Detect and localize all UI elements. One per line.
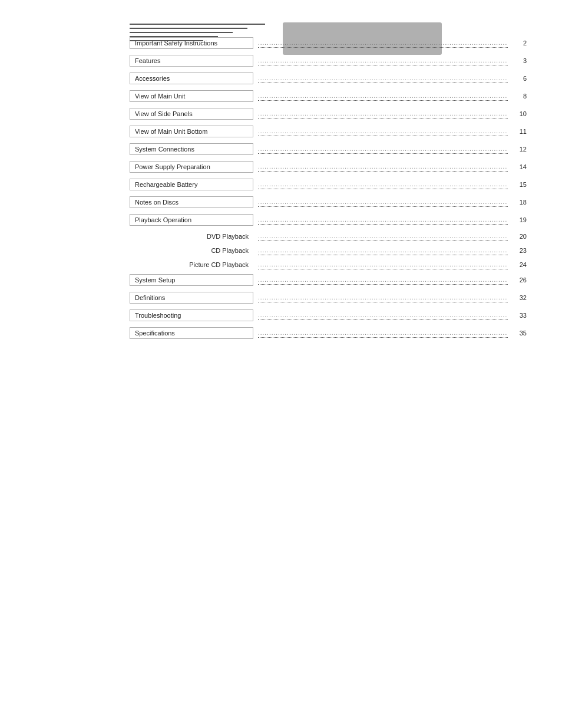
toc-row: Features 3 [130,53,527,68]
toc-dots-6 [258,127,508,136]
toc-label-view-main-unit: View of Main Unit [130,90,253,102]
toc-row: View of Main Unit Bottom 11 [130,124,527,139]
toc-dots-8 [258,163,508,172]
toc-dots-2 [258,57,508,65]
header-line-2 [130,28,247,29]
toc-page-13: 32 [510,294,527,301]
toc-dots-9 [258,180,508,189]
toc-label-features: Features [130,55,253,67]
toc-dots-15 [258,329,508,338]
toc-dots-4 [258,92,508,101]
toc-page-sub-1: 20 [510,233,527,240]
toc-container: Important Safety Instructions 2 Features… [130,35,527,341]
toc-sub-label-dvd: DVD Playback [130,233,253,240]
toc-page-11: 19 [510,216,527,223]
toc-page-4: 8 [510,93,527,100]
toc-page-3: 6 [510,75,527,82]
toc-dots-3 [258,74,508,83]
toc-row: View of Main Unit 8 [130,88,527,104]
toc-page-14: 33 [510,312,527,319]
toc-row: Playback Operation 19 [130,212,527,228]
toc-dots-5 [258,110,508,118]
toc-page-6: 11 [510,128,527,135]
toc-page-2: 3 [510,57,527,64]
toc-label-system-connections: System Connections [130,143,253,155]
toc-dots-10 [258,198,508,207]
toc-page-sub-3: 24 [510,261,527,268]
toc-dots-sub-3 [258,261,508,269]
toc-label-power-supply: Power Supply Preparation [130,161,253,173]
toc-dots-sub-2 [258,246,508,255]
toc-row-sub: DVD Playback 20 [130,230,527,243]
toc-row: System Setup 26 [130,272,527,288]
toc-dots-13 [258,294,508,302]
toc-row: Rechargeable Battery 15 [130,177,527,192]
toc-dots-11 [258,216,508,225]
toc-sub-label-picture-cd: Picture CD Playback [130,261,253,268]
toc-row: View of Side Panels 10 [130,106,527,121]
header-line-5 [130,40,203,41]
toc-page-15: 35 [510,330,527,337]
toc-label-system-setup: System Setup [130,274,253,286]
toc-row: Notes on Discs 18 [130,195,527,210]
toc-label-view-main-bottom: View of Main Unit Bottom [130,126,253,137]
header-line-4 [130,36,218,37]
toc-label-accessories: Accessories [130,73,253,84]
toc-row: Specifications 35 [130,325,527,341]
toc-page-5: 10 [510,110,527,117]
header-lines [130,24,265,41]
toc-label-definitions: Definitions [130,292,253,304]
toc-sub-label-cd: CD Playback [130,247,253,254]
toc-page-12: 26 [510,276,527,284]
toc-dots-7 [258,145,508,154]
toc-dots-1 [258,39,508,48]
toc-label-troubleshooting: Troubleshooting [130,309,253,321]
header-line-3 [130,32,233,33]
toc-row: Troubleshooting 33 [130,308,527,323]
toc-label-view-side-panels: View of Side Panels [130,108,253,120]
toc-row: Power Supply Preparation 14 [130,159,527,174]
toc-label-notes-on-discs: Notes on Discs [130,196,253,208]
toc-row: Definitions 32 [130,290,527,305]
header-area [130,0,442,24]
toc-dots-14 [258,311,508,320]
toc-page-1: 2 [510,39,527,47]
toc-page-10: 18 [510,199,527,206]
header-line-1 [130,24,265,25]
toc-row: System Connections 12 [130,141,527,157]
toc-page-8: 14 [510,163,527,170]
toc-label-specifications: Specifications [130,327,253,339]
toc-row-sub: Picture CD Playback 24 [130,258,527,271]
toc-page-sub-2: 23 [510,247,527,254]
toc-page-9: 15 [510,181,527,188]
toc-row: Accessories 6 [130,71,527,86]
toc-label-rechargeable-battery: Rechargeable Battery [130,179,253,190]
toc-dots-12 [258,276,508,285]
page-wrapper: Important Safety Instructions 2 Features… [0,0,562,728]
toc-dots-sub-1 [258,232,508,241]
toc-label-playback-operation: Playback Operation [130,214,253,226]
toc-row-sub: CD Playback 23 [130,244,527,257]
toc-page-7: 12 [510,146,527,153]
